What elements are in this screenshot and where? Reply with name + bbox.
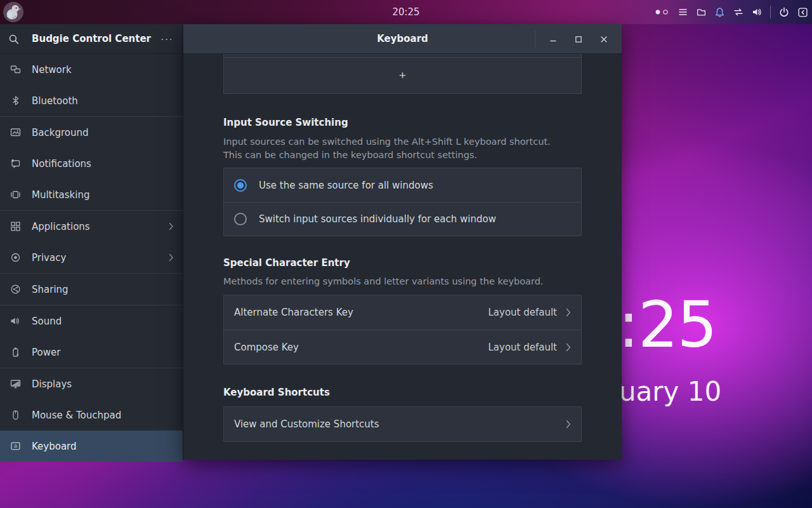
sidebar-item-label: Mouse & Touchpad [32, 410, 174, 421]
multitasking-icon [10, 189, 21, 200]
sound-icon [10, 316, 21, 326]
add-input-source-button[interactable]: + [224, 58, 581, 93]
sidebar-item-label: Multitasking [32, 189, 174, 201]
app-menu-icon[interactable] [678, 7, 688, 17]
input-sources-list: + [223, 54, 582, 94]
sidebar-item-notifications[interactable]: Notifications [0, 148, 183, 179]
notifications-icon [10, 158, 21, 169]
window-controls [535, 24, 617, 54]
chevron-right-icon [169, 253, 174, 262]
description-line: Input sources can be switched using the … [223, 135, 582, 149]
displays-icon [10, 378, 21, 389]
row-label: View and Customize Shortcuts [234, 418, 557, 430]
power-battery-icon [10, 347, 21, 358]
section-description: Methods for entering symbols and letter … [223, 275, 582, 288]
sidebar-item-label: Notifications [32, 158, 174, 170]
dock [0, 460, 812, 508]
sidebar-item-label: Displays [32, 378, 174, 390]
chevron-right-icon [566, 420, 571, 429]
option-label: Use the same source for all windows [259, 180, 433, 191]
sidebar-item-displays[interactable]: Displays [0, 368, 183, 399]
sidebar-item-keyboard[interactable]: a Keyboard [0, 431, 183, 462]
row-value: Layout default [488, 342, 557, 353]
power-icon[interactable] [778, 7, 790, 18]
sidebar-item-label: Bluetooth [32, 95, 174, 107]
background-icon [10, 127, 21, 138]
keyboard-shortcuts-group: View and Customize Shortcuts [223, 406, 582, 442]
svg-text:a: a [14, 443, 17, 449]
sidebar-item-background[interactable]: Background [0, 117, 183, 148]
desktop-clock-time: :25 [618, 293, 716, 357]
radio-unselected-icon[interactable] [234, 213, 247, 225]
app-title: Budgie Control Center [0, 24, 183, 54]
option-individual-source[interactable]: Switch input sources individually for ea… [224, 202, 581, 236]
sidebar-item-applications[interactable]: Applications [0, 211, 183, 242]
close-icon[interactable] [591, 27, 617, 52]
bluetooth-icon [10, 95, 21, 106]
option-label: Switch input sources individually for ea… [259, 213, 496, 225]
section-heading-special-character-entry: Special Character Entry [223, 257, 582, 269]
more-menu-icon[interactable]: ··· [159, 31, 175, 48]
system-tray [654, 0, 808, 24]
workspace-switcher-icon[interactable] [654, 7, 670, 17]
sidebar-item-bluetooth[interactable]: Bluetooth [0, 85, 183, 116]
switching-options-group: Use the same source for all windows Swit… [223, 168, 582, 236]
row-view-customize-shortcuts[interactable]: View and Customize Shortcuts [224, 407, 581, 441]
input-switcher-icon[interactable] [733, 7, 744, 17]
sidebar-item-label: Sharing [32, 284, 174, 295]
sidebar-item-label: Power [32, 347, 174, 358]
volume-icon[interactable] [752, 7, 763, 17]
sidebar-item-sound[interactable]: Sound [0, 305, 183, 337]
sidebar-item-power[interactable]: Power [0, 337, 183, 368]
section-description: Input sources can be switched using the … [223, 135, 582, 162]
minimize-icon[interactable] [540, 27, 566, 52]
section-heading-keyboard-shortcuts: Keyboard Shortcuts [223, 386, 582, 399]
special-character-group: Alternate Characters Key Layout default … [223, 295, 582, 364]
row-label: Alternate Characters Key [234, 307, 479, 318]
sidebar-header: Budgie Control Center ··· [0, 24, 183, 54]
privacy-icon [10, 252, 21, 263]
sidebar-item-label: Network [32, 64, 174, 76]
maximize-icon[interactable] [566, 27, 591, 52]
chevron-right-icon [566, 343, 571, 352]
desktop-clock-date: uary 10 [619, 378, 721, 405]
sidebar-item-mouse-touchpad[interactable]: Mouse & Touchpad [0, 399, 183, 431]
sidebar-list: Network Bluetooth Background Notificatio… [0, 54, 183, 460]
sidebar-item-label: Background [32, 127, 174, 138]
titlebar-separator [535, 30, 535, 48]
settings-content: + Input Source Switching Input sources c… [183, 54, 622, 442]
row-label: Compose Key [234, 342, 479, 353]
sidebar-item-network[interactable]: Network [0, 54, 183, 85]
control-center-sidebar: Budgie Control Center ··· Network Blueto… [0, 24, 183, 460]
description-line: This can be changed in the keyboard shor… [223, 149, 582, 162]
sidebar-item-sharing[interactable]: Sharing [0, 274, 183, 305]
sidebar-item-label: Keyboard [32, 441, 174, 452]
sidebar-item-privacy[interactable]: Privacy [0, 242, 183, 273]
chevron-right-icon [169, 222, 174, 231]
chevron-right-icon [566, 308, 571, 317]
row-value: Layout default [488, 307, 557, 318]
sharing-icon [10, 284, 21, 295]
mouse-icon [10, 410, 21, 420]
keyboard-settings-window: Keyboard + Input Source Switching Input … [183, 24, 622, 460]
window-titlebar[interactable]: Keyboard [183, 24, 622, 54]
sidebar-item-label: Applications [32, 221, 158, 232]
section-heading-input-source-switching: Input Source Switching [223, 116, 582, 129]
option-same-source[interactable]: Use the same source for all windows [224, 168, 581, 202]
files-tray-icon[interactable] [696, 7, 707, 17]
radio-selected-icon[interactable] [234, 179, 247, 192]
row-alternate-characters-key[interactable]: Alternate Characters Key Layout default [224, 295, 581, 330]
network-icon [10, 64, 21, 75]
sidebar-item-multitasking[interactable]: Multitasking [0, 179, 183, 210]
applications-icon [10, 221, 21, 232]
top-panel: 20:25 [0, 0, 812, 24]
tray-separator [770, 6, 771, 18]
row-compose-key[interactable]: Compose Key Layout default [224, 330, 581, 364]
sidebar-item-label: Privacy [32, 252, 158, 264]
keyboard-icon: a [10, 441, 21, 451]
panel-toggle-icon[interactable] [797, 7, 808, 18]
sidebar-item-label: Sound [32, 316, 174, 327]
notifications-bell-icon[interactable] [714, 7, 725, 18]
